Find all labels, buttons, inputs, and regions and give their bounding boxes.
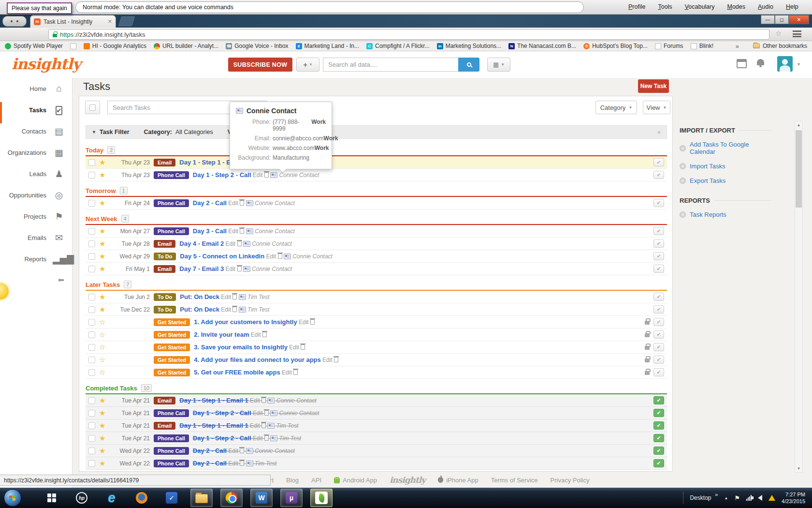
trash-icon[interactable] xyxy=(240,200,244,206)
trash-icon[interactable] xyxy=(278,254,282,259)
section-name[interactable]: Completed Tasks xyxy=(86,385,137,392)
star-icon[interactable]: ★ xyxy=(99,306,107,313)
task-edit-link[interactable]: Edit xyxy=(250,422,260,429)
task-checkbox[interactable] xyxy=(88,397,95,404)
avatar-caret-icon[interactable]: ▼ xyxy=(797,62,801,67)
right-panel-link[interactable]: ›Export Tasks xyxy=(680,177,771,184)
complete-task-button[interactable]: ✔ xyxy=(653,293,664,301)
task-contact-link[interactable]: Connie Contact xyxy=(252,266,292,272)
right-panel-link-label[interactable]: Task Reports xyxy=(690,211,726,218)
complete-task-button[interactable]: ✔ xyxy=(653,171,664,179)
purple-app-icon[interactable]: µ xyxy=(280,489,303,507)
task-row[interactable]: ☆Get Started3. Save your emails to Insig… xyxy=(86,341,667,354)
category-dropdown[interactable]: Category▼ xyxy=(595,101,637,114)
speech-menu-audio[interactable]: Audio xyxy=(758,3,773,10)
file-explorer-icon[interactable] xyxy=(190,489,213,507)
right-panel-link-label[interactable]: Import Tasks xyxy=(690,163,725,170)
task-edit-link[interactable]: Edit xyxy=(322,357,333,363)
task-checkbox[interactable] xyxy=(88,410,95,417)
task-row[interactable]: ☆Get Started5. Get our FREE mobile apps … xyxy=(86,366,667,379)
calendar-icon[interactable] xyxy=(737,59,747,68)
task-row[interactable]: ★Tue Apr 21EmailDay 1 - Step 1 - Email 1… xyxy=(86,394,667,407)
footer-link-iphone-app[interactable]: iPhone App xyxy=(438,477,478,484)
task-checkbox[interactable] xyxy=(88,228,95,235)
complete-task-button[interactable]: ✔ xyxy=(653,330,664,339)
trash-icon[interactable] xyxy=(240,448,244,453)
bookmark-item[interactable]: inMarketing Solutions... xyxy=(437,43,501,49)
star-icon[interactable]: ★ xyxy=(99,397,107,404)
sidebar-item-leads[interactable]: Leads♟ xyxy=(0,163,72,184)
complete-task-button[interactable]: ✔ xyxy=(653,447,664,455)
firefox-icon[interactable] xyxy=(130,489,153,507)
notifications-bell-icon[interactable] xyxy=(757,59,764,65)
task-contact-link[interactable]: Tim Test xyxy=(247,306,269,313)
task-edit-link[interactable]: Edit xyxy=(299,319,309,326)
footer-link-terms-of-service[interactable]: Terms of Service xyxy=(491,477,538,484)
trash-icon[interactable] xyxy=(261,398,266,403)
dragon-tray-icon[interactable] xyxy=(2,16,27,27)
task-title[interactable]: 4. Add your files and connect to your ap… xyxy=(194,356,320,363)
task-row[interactable]: ★Wed Apr 29To DoDay 5 - Connect on Linke… xyxy=(86,250,667,263)
green-leaf-app-icon[interactable] xyxy=(310,489,333,507)
blue-app-icon[interactable]: ✓ xyxy=(160,489,183,507)
task-contact-link[interactable]: Tim Test xyxy=(276,422,298,429)
task-contact-link[interactable]: Connie Contact xyxy=(279,410,319,417)
task-edit-link[interactable]: Edit xyxy=(282,369,292,376)
task-title[interactable]: 5. Get our FREE mobile apps xyxy=(194,369,280,376)
trash-icon[interactable] xyxy=(237,241,242,246)
tray-expand-icon[interactable]: ▲ xyxy=(724,496,728,500)
task-row[interactable]: ★Thu Apr 23EmailDay 1 - Step 1 - Email 1… xyxy=(86,156,667,169)
task-checkbox[interactable] xyxy=(88,435,95,442)
filter-label[interactable]: Task Filter xyxy=(100,129,130,135)
bookmark-star-icon[interactable]: ☆ xyxy=(775,29,782,38)
trash-icon[interactable] xyxy=(264,435,269,441)
star-icon[interactable]: ★ xyxy=(99,199,107,207)
right-panel-link[interactable]: ›Task Reports xyxy=(680,211,771,218)
task-row[interactable]: ☆Get Started1. Add your customers to Ins… xyxy=(86,316,667,329)
speech-menu-profile[interactable]: Profile xyxy=(628,3,645,10)
trash-icon[interactable] xyxy=(261,423,266,428)
show-desktop-button[interactable]: Desktop» xyxy=(690,494,718,501)
action-center-flag-icon[interactable]: ⚑ xyxy=(734,494,740,502)
trash-icon[interactable] xyxy=(293,370,298,375)
bookmark-item[interactable]: URL builder - Analyt... xyxy=(154,43,218,49)
complete-task-button[interactable]: ✔ xyxy=(653,343,664,351)
internet-explorer-icon[interactable]: e xyxy=(101,489,123,507)
task-contact-link[interactable]: Connie Contact xyxy=(276,397,317,404)
star-icon[interactable]: ☆ xyxy=(99,369,107,376)
task-row[interactable]: ★Tue Apr 21Phone CallDay 1 - Step 2 - Ca… xyxy=(86,432,667,445)
speech-menu-help[interactable]: Help xyxy=(786,3,798,10)
task-title[interactable]: Day 4 - Email 2 xyxy=(179,240,224,247)
task-title[interactable]: Day 5 - Connect on Linkedin xyxy=(180,253,264,260)
new-task-button[interactable]: New Task xyxy=(638,79,669,93)
task-title[interactable]: Day 1 - Step 1 - Email 1 xyxy=(179,397,248,404)
star-icon[interactable]: ☆ xyxy=(99,344,107,351)
task-row[interactable]: ★Tue Jun 2To DoPut: On Deck Edit Tim Tes… xyxy=(86,291,667,303)
task-checkbox[interactable] xyxy=(88,172,95,179)
select-all-checkbox[interactable] xyxy=(85,101,100,114)
task-checkbox[interactable] xyxy=(88,319,95,326)
bookmark-item[interactable]: HI - Google Analytics xyxy=(84,43,146,49)
task-checkbox[interactable] xyxy=(88,200,95,207)
footer-link-api[interactable]: API xyxy=(311,477,321,484)
minimize-button[interactable]: — xyxy=(761,15,775,24)
task-edit-link[interactable]: Edit xyxy=(228,448,238,454)
task-edit-link[interactable]: Edit xyxy=(225,240,235,247)
complete-task-button[interactable]: ✔ xyxy=(653,421,664,430)
taskbar-clock[interactable]: 7:27 PM 4/23/2015 xyxy=(782,491,808,505)
footer-link-android-app[interactable]: Android App xyxy=(334,477,377,484)
star-icon[interactable]: ★ xyxy=(99,253,107,260)
subscribe-now-button[interactable]: SUBSCRIBE NOW xyxy=(228,58,292,72)
star-icon[interactable]: ★ xyxy=(99,159,107,166)
browser-tab[interactable]: in Task List - Insightly ✕ xyxy=(30,15,116,28)
view-dropdown[interactable]: View▼ xyxy=(643,101,670,114)
close-button[interactable]: ✕ xyxy=(789,15,809,24)
bookmark-item[interactable]: CCompfight / A Flickr... xyxy=(366,43,430,49)
task-edit-link[interactable]: Edit xyxy=(228,460,238,467)
task-checkbox[interactable] xyxy=(88,159,95,166)
task-row[interactable]: ★Fri Apr 24Phone CallDay 2 - Call Edit C… xyxy=(86,197,667,209)
global-search-button[interactable] xyxy=(458,58,479,72)
task-edit-link[interactable]: Edit xyxy=(253,172,263,179)
task-checkbox[interactable] xyxy=(88,369,95,376)
sidebar-item-reports[interactable]: Reports▂▅▇ xyxy=(0,248,72,269)
